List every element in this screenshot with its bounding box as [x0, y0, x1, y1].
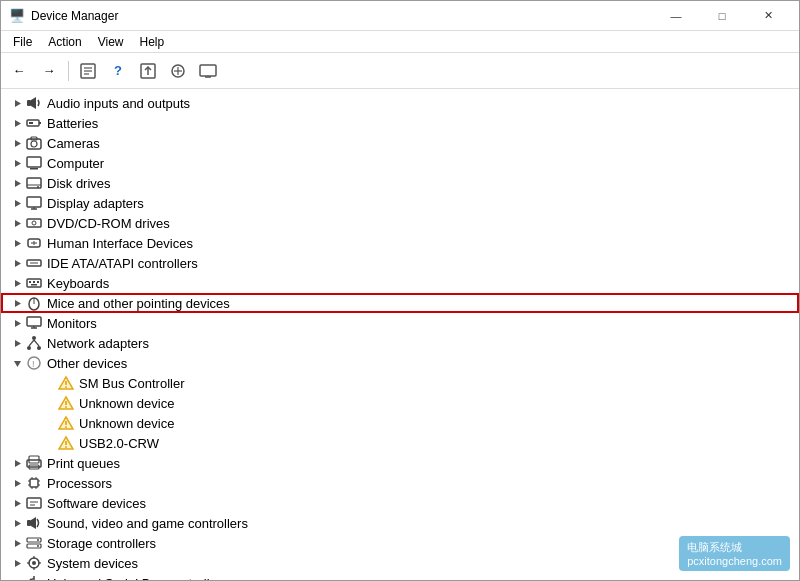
icon-software — [25, 494, 43, 512]
label-printq: Print queues — [47, 456, 120, 471]
expander-processors[interactable] — [9, 475, 25, 491]
expander-other[interactable] — [9, 355, 25, 371]
expander-smbus[interactable] — [41, 375, 57, 391]
help-button[interactable]: ? — [104, 57, 132, 85]
back-button[interactable]: ← — [5, 57, 33, 85]
tree-item-audio[interactable]: Audio inputs and outputs — [1, 93, 799, 113]
label-computer: Computer — [47, 156, 104, 171]
watermark-line2: pcxitongcheng.com — [687, 555, 782, 567]
expander-software[interactable] — [9, 495, 25, 511]
expander-system[interactable] — [9, 555, 25, 571]
tree-item-monitors[interactable]: Monitors — [1, 313, 799, 333]
tree-item-disk[interactable]: Disk drives — [1, 173, 799, 193]
expander-computer[interactable] — [9, 155, 25, 171]
expander-batteries[interactable] — [9, 115, 25, 131]
tree-item-cameras[interactable]: Cameras — [1, 133, 799, 153]
svg-rect-26 — [27, 178, 41, 188]
svg-marker-91 — [15, 500, 21, 507]
scan-button[interactable] — [164, 57, 192, 85]
label-ide: IDE ATA/ATAPI controllers — [47, 256, 198, 271]
properties-button[interactable] — [74, 57, 102, 85]
svg-rect-46 — [33, 281, 35, 283]
label-monitors: Monitors — [47, 316, 97, 331]
svg-point-73 — [65, 426, 67, 428]
expander-disk[interactable] — [9, 175, 25, 191]
expander-display[interactable] — [9, 195, 25, 211]
icon-storage — [25, 534, 43, 552]
expander-usb[interactable] — [9, 575, 25, 580]
icon-printq — [25, 454, 43, 472]
label-cameras: Cameras — [47, 136, 100, 151]
tree-item-keyboards[interactable]: Keyboards — [1, 273, 799, 293]
expander-keyboards[interactable] — [9, 275, 25, 291]
tree-item-display[interactable]: Display adapters — [1, 193, 799, 213]
svg-rect-92 — [27, 498, 41, 508]
tree-item-batteries[interactable]: Batteries — [1, 113, 799, 133]
svg-rect-17 — [29, 122, 33, 124]
expander-mice[interactable] — [9, 295, 25, 311]
forward-button[interactable]: → — [35, 57, 63, 85]
expander-network[interactable] — [9, 335, 25, 351]
label-usb: Universal Serial Bus controllers — [47, 576, 228, 581]
tree-item-other[interactable]: !Other devices — [1, 353, 799, 373]
label-display: Display adapters — [47, 196, 144, 211]
expander-storage[interactable] — [9, 535, 25, 551]
window-title: Device Manager — [31, 9, 653, 23]
svg-rect-53 — [27, 317, 41, 326]
tree-item-processors[interactable]: Processors — [1, 473, 799, 493]
svg-marker-33 — [15, 220, 21, 227]
label-unknown2: Unknown device — [79, 416, 174, 431]
expander-hid[interactable] — [9, 235, 25, 251]
expander-unknown1[interactable] — [41, 395, 57, 411]
device-manager-window: 🖥️ Device Manager — □ ✕ File Action View… — [0, 0, 800, 581]
menu-view[interactable]: View — [90, 33, 132, 51]
expander-usb2crw[interactable] — [41, 435, 57, 451]
tree-item-network[interactable]: Network adapters — [1, 333, 799, 353]
svg-line-61 — [34, 340, 39, 346]
svg-marker-109 — [15, 580, 21, 581]
expander-unknown2[interactable] — [41, 415, 57, 431]
menu-help[interactable]: Help — [132, 33, 173, 51]
tree-item-printq[interactable]: Print queues — [1, 453, 799, 473]
icon-keyboards — [25, 274, 43, 292]
icon-hid — [25, 234, 43, 252]
expander-monitors[interactable] — [9, 315, 25, 331]
label-storage: Storage controllers — [47, 536, 156, 551]
device-tree[interactable]: Audio inputs and outputsBatteriesCameras… — [1, 89, 799, 580]
menu-file[interactable]: File — [5, 33, 40, 51]
tree-item-computer[interactable]: Computer — [1, 153, 799, 173]
icon-display — [25, 194, 43, 212]
watermark: 电脑系统城 pcxitongcheng.com — [679, 536, 790, 571]
tree-item-smbus[interactable]: SM Bus Controller — [1, 373, 799, 393]
tree-item-dvd[interactable]: DVD/CD-ROM drives — [1, 213, 799, 233]
tree-item-usb[interactable]: Universal Serial Bus controllers — [1, 573, 799, 580]
minimize-button[interactable]: — — [653, 1, 699, 31]
icon-monitors — [25, 314, 43, 332]
tree-item-ide[interactable]: IDE ATA/ATAPI controllers — [1, 253, 799, 273]
tree-item-unknown1[interactable]: Unknown device — [1, 393, 799, 413]
svg-text:!: ! — [32, 359, 35, 369]
display-button[interactable] — [194, 57, 222, 85]
expander-audio[interactable] — [9, 95, 25, 111]
maximize-button[interactable]: □ — [699, 1, 745, 31]
tree-item-mice[interactable]: Mice and other pointing devices — [1, 293, 799, 313]
tree-item-unknown2[interactable]: Unknown device — [1, 413, 799, 433]
close-button[interactable]: ✕ — [745, 1, 791, 31]
svg-point-28 — [37, 186, 39, 188]
tree-item-hid[interactable]: Human Interface Devices — [1, 233, 799, 253]
expander-printq[interactable] — [9, 455, 25, 471]
tree-item-usb2crw[interactable]: USB2.0-CRW — [1, 433, 799, 453]
menu-action[interactable]: Action — [40, 33, 89, 51]
expander-sound[interactable] — [9, 515, 25, 531]
svg-marker-52 — [15, 320, 21, 327]
expander-ide[interactable] — [9, 255, 25, 271]
label-keyboards: Keyboards — [47, 276, 109, 291]
svg-marker-22 — [15, 160, 21, 167]
tree-item-sound[interactable]: Sound, video and game controllers — [1, 513, 799, 533]
update-driver-button[interactable] — [134, 57, 162, 85]
expander-cameras[interactable] — [9, 135, 25, 151]
svg-rect-24 — [30, 168, 38, 170]
label-unknown1: Unknown device — [79, 396, 174, 411]
expander-dvd[interactable] — [9, 215, 25, 231]
tree-item-software[interactable]: Software devices — [1, 493, 799, 513]
